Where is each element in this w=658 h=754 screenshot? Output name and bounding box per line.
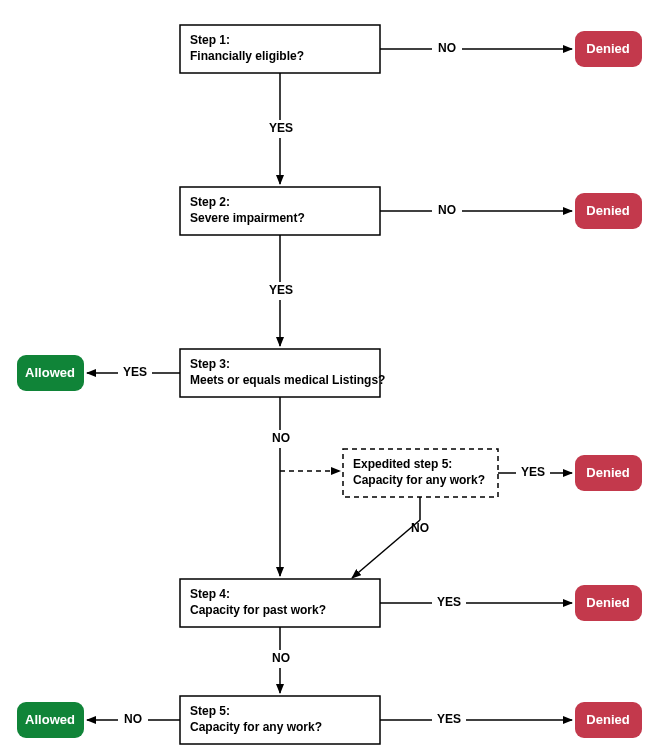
step4-sub: Capacity for past work? (190, 603, 326, 617)
label-step4-yes: YES (437, 595, 461, 609)
step5-sub: Capacity for any work? (190, 720, 322, 734)
step5-title: Step 5: (190, 704, 230, 718)
label-step2-yes: YES (269, 283, 293, 297)
step2-title: Step 2: (190, 195, 230, 209)
label-step5-yes: YES (437, 712, 461, 726)
step4-title: Step 4: (190, 587, 230, 601)
allowed-step5-text: Allowed (25, 712, 75, 727)
flowchart: Step 1: Financially eligible? NO Denied … (0, 0, 658, 754)
denied-expedited-text: Denied (586, 465, 629, 480)
label-expedited-yes: YES (521, 465, 545, 479)
step3-sub: Meets or equals medical Listings? (190, 373, 385, 387)
denied-step4-text: Denied (586, 595, 629, 610)
edge-expedited-no-diag (352, 520, 420, 578)
denied-step2-text: Denied (586, 203, 629, 218)
label-step2-no: NO (438, 203, 456, 217)
label-step3-yes: YES (123, 365, 147, 379)
denied-step1-text: Denied (586, 41, 629, 56)
label-step5-no: NO (124, 712, 142, 726)
expedited-title: Expedited step 5: (353, 457, 452, 471)
label-step1-no: NO (438, 41, 456, 55)
step1-title: Step 1: (190, 33, 230, 47)
label-step1-yes: YES (269, 121, 293, 135)
label-step4-no: NO (272, 651, 290, 665)
label-step3-no: NO (272, 431, 290, 445)
step2-sub: Severe impairment? (190, 211, 305, 225)
step3-title: Step 3: (190, 357, 230, 371)
expedited-sub: Capacity for any work? (353, 473, 485, 487)
denied-step5-text: Denied (586, 712, 629, 727)
allowed-step3-text: Allowed (25, 365, 75, 380)
label-expedited-no: NO (411, 521, 429, 535)
step1-sub: Financially eligible? (190, 49, 304, 63)
